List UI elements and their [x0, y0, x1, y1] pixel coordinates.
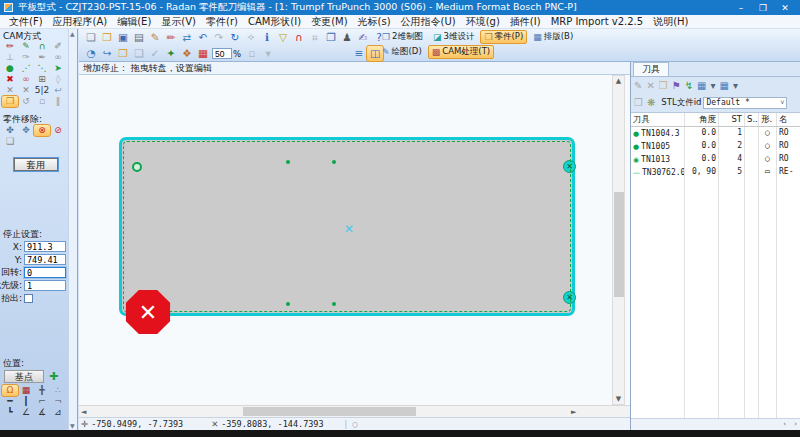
horizontal-line-icon[interactable]: ━ [2, 396, 18, 407]
menu-item[interactable]: CAM形状(I) [243, 15, 306, 29]
redo-icon[interactable]: ↷ [211, 30, 227, 45]
btn-nesting[interactable]: ▦ 排版(B) [529, 30, 577, 44]
vertical-scroll-thumb[interactable] [614, 192, 624, 297]
apply-button[interactable]: 套用 [14, 158, 58, 171]
canvas-horizontal-scrollbar[interactable]: ◄ ► [79, 405, 630, 417]
dropdown-b-icon[interactable]: ▾ [733, 80, 738, 91]
points-arc-icon[interactable]: ⋱ [34, 63, 50, 74]
nibble-icon[interactable]: ✒ [34, 52, 50, 63]
info-icon[interactable]: ℹ [259, 30, 275, 45]
col-s[interactable]: S.. [745, 113, 759, 126]
grid-points-icon[interactable]: ▦ [18, 385, 34, 396]
angle-measure-icon[interactable]: ∡ [34, 407, 50, 418]
load-tools-icon[interactable]: ❒ [634, 97, 643, 108]
punch-point[interactable] [286, 160, 290, 164]
copy-settings-icon[interactable]: ❑ [2, 136, 18, 147]
zoom-level-input[interactable] [212, 48, 232, 59]
scroll-left-icon[interactable]: ◄ [81, 408, 86, 416]
menu-item[interactable]: 文件(F) [4, 15, 48, 29]
rotate-circle-icon[interactable]: ↺ [18, 96, 34, 107]
punch-hole-bottom-right[interactable]: ✕ [563, 291, 576, 304]
scroll-up-icon[interactable]: ▲ [613, 77, 624, 85]
angle-triangle-icon[interactable]: ⊿ [50, 407, 66, 418]
table-row[interactable]: ●TN1005 0.0 2 ○ RO [631, 140, 800, 153]
col-shape[interactable]: 形. [759, 113, 777, 126]
col-name[interactable]: 名 [777, 113, 800, 126]
delete-tool-icon[interactable]: ✕ [646, 80, 654, 91]
no-entry-icon[interactable]: ⊘ [50, 125, 66, 136]
save-icon[interactable]: ▣ [115, 30, 131, 45]
open-tool-icon[interactable]: ❒ [659, 80, 668, 91]
pen-icon[interactable]: ✏ [163, 30, 179, 45]
punch-tag-icon[interactable]: ✐ [50, 41, 66, 52]
person-green-icon[interactable]: ✦ [163, 46, 179, 61]
table-view-icon[interactable]: ▦ [697, 80, 706, 91]
ring-icon[interactable]: ◔ [83, 46, 99, 61]
scroll-up-icon[interactable]: ▲ [70, 30, 75, 37]
menu-item[interactable]: 变更(M) [306, 15, 352, 29]
flag-icon[interactable]: ⚑ [672, 80, 681, 91]
check-doc-icon[interactable]: ✓ [147, 46, 163, 61]
filter-icon[interactable]: ▽ [275, 30, 291, 45]
menu-item[interactable]: 显示(V) [156, 15, 201, 29]
points-line-icon[interactable]: ⋰ [18, 63, 34, 74]
sidebar-scrollbar[interactable]: ▲ ▼ [68, 29, 77, 430]
tool-folder-icon[interactable]: ❒ [2, 96, 18, 107]
pick-tool-icon[interactable]: ➤ [50, 63, 66, 74]
grid-cross-icon[interactable]: ╋ [34, 385, 50, 396]
help-pointer-icon[interactable]: ✍ [355, 30, 371, 45]
table-view2-icon[interactable]: ▦ [720, 80, 729, 91]
scroll-right-icon[interactable]: › [794, 420, 797, 428]
col-angle[interactable]: 角度 [685, 113, 719, 126]
dashed-rect-icon[interactable]: ▫ [34, 96, 50, 107]
menu-item[interactable]: 插件(I) [505, 15, 546, 29]
cross-a-icon[interactable]: ✕ [2, 85, 18, 96]
magnet-icon[interactable]: ∩ [291, 30, 307, 45]
part-remove-b-icon[interactable]: ✥ [18, 125, 34, 136]
btn-parts[interactable]: ❒ 零件(P) [480, 30, 527, 44]
grid-red-icon[interactable]: ▦ [195, 46, 211, 61]
drop-icon[interactable]: ◊ [50, 74, 66, 85]
punch-hole-top-right[interactable]: ✕ [563, 160, 576, 173]
scroll-left-icon[interactable]: ‹ [783, 420, 786, 428]
print-icon[interactable]: ▤ [131, 30, 147, 45]
glasses-icon[interactable]: ∞ [18, 74, 34, 85]
stop-x-input[interactable] [24, 241, 66, 252]
film-icon[interactable]: ⊞ [34, 74, 50, 85]
window-icon[interactable]: ❐ [323, 30, 339, 45]
swap-icon[interactable]: ⇄ [179, 30, 195, 45]
punch-single-icon[interactable]: ✏ [2, 41, 18, 52]
palette-icon[interactable]: ❖ [179, 46, 195, 61]
document-icon[interactable]: ❏ [131, 46, 147, 61]
scatter-points-icon[interactable]: ∴ [50, 385, 66, 396]
tile-windows-icon[interactable]: ≡ [351, 46, 367, 61]
open-file-icon[interactable]: ❒ [99, 30, 115, 45]
stop-point-icon[interactable]: ⊗ [34, 125, 50, 136]
turn-icon[interactable]: ↩ [50, 85, 66, 96]
btn-2d-drafting[interactable]: ❐ 2维制图 [378, 30, 427, 44]
punch-point[interactable] [286, 302, 290, 306]
cross-b-icon[interactable]: ✕ [18, 85, 34, 96]
col-st[interactable]: ST [719, 113, 745, 126]
import-folder-icon[interactable]: ❒ [115, 46, 131, 61]
scroll-down-icon[interactable]: ▼ [613, 395, 624, 403]
person-remove-icon[interactable]: ♟ [339, 30, 355, 45]
part-remove-a-icon[interactable]: ✤ [2, 125, 18, 136]
edit-tool-icon[interactable]: ✎ [634, 80, 642, 91]
menu-item[interactable]: 光标(s) [353, 15, 396, 29]
vertical-line-icon[interactable]: ┃ [18, 396, 34, 407]
horizontal-scroll-thumb[interactable] [243, 407, 416, 416]
col-tool[interactable]: 刀具 [631, 113, 685, 126]
stl-file-dropdown[interactable]: Default * ˅ [703, 97, 787, 109]
btn-drawing[interactable]: ✎ 绘图(D) [378, 45, 426, 59]
datum-button[interactable]: 基点 [4, 370, 44, 383]
drawing-canvas[interactable]: ✕ ✕ ✕ ✕ ▲ ▼ [79, 75, 630, 405]
undo-icon[interactable]: ↶ [195, 30, 211, 45]
punch-point[interactable] [332, 302, 336, 306]
table-row[interactable]: ●TN1004.3 0.0 1 ○ RO [631, 127, 800, 140]
chain-icon[interactable]: ∞ [50, 52, 66, 63]
menu-item[interactable]: 零件(r) [201, 15, 243, 29]
angle-acute-icon[interactable]: ∠ [18, 407, 34, 418]
menu-item[interactable]: 公用指令(U) [396, 15, 461, 29]
datum-cross-icon[interactable]: ✚ [49, 370, 58, 383]
